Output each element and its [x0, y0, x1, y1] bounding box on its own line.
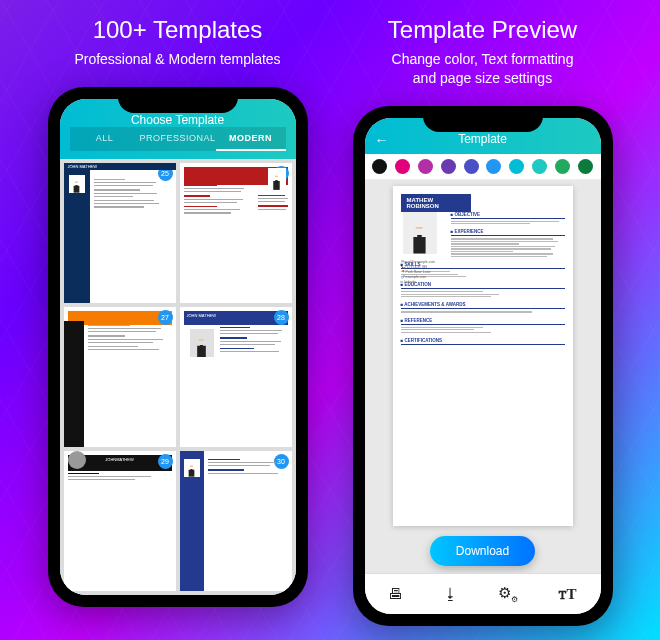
template-number-badge: 28 [274, 310, 289, 325]
color-swatch[interactable] [372, 159, 387, 174]
section-header: EXPERIENCE [451, 229, 565, 236]
template-card[interactable]: 28 JOHN MATHEW [180, 307, 292, 447]
color-swatch[interactable] [441, 159, 456, 174]
right-subtitle: Change color, Text formatting and page s… [392, 50, 574, 88]
phone-frame-left: Choose Template ALL PROFESSIONAL MODERN … [48, 87, 308, 607]
color-swatch[interactable] [532, 159, 547, 174]
left-headline: 100+ Templates [93, 16, 263, 44]
color-swatch[interactable] [486, 159, 501, 174]
template-number-badge: 29 [158, 454, 173, 469]
bottom-toolbar: 🖶 ⭳ ⚙⚙ ᴛT [365, 573, 601, 614]
color-swatch[interactable] [418, 159, 433, 174]
template-card-name: JOHN MATHEW [64, 163, 176, 171]
screen-title: Choose Template [131, 113, 224, 127]
color-swatch[interactable] [578, 159, 593, 174]
screen-title: Template [458, 132, 507, 146]
section-header: REFERENCE [401, 318, 565, 325]
settings-icon[interactable]: ⚙⚙ [498, 584, 518, 604]
download-button[interactable]: Download [430, 536, 535, 566]
tab-professional[interactable]: PROFESSIONAL [139, 127, 215, 151]
template-card[interactable]: 30 [180, 451, 292, 591]
template-grid: 25 JOHN MATHEW 26 27 28 JOHN MATHEW [60, 159, 296, 595]
template-number-badge: 27 [158, 310, 173, 325]
section-header: ACHIEVEMENTS & AWARDS [401, 302, 565, 309]
color-swatch[interactable] [395, 159, 410, 174]
back-icon[interactable]: ← [375, 132, 389, 148]
avatar [403, 212, 437, 254]
template-card[interactable]: 25 JOHN MATHEW [64, 163, 176, 303]
phone-frame-right: ← Template MATHEW ROBINSON OBJECTIVE EXP… [353, 106, 613, 626]
section-header: OBJECTIVE [451, 212, 565, 219]
template-card[interactable]: 26 [180, 163, 292, 303]
download-icon[interactable]: ⭳ [443, 585, 458, 602]
color-swatch[interactable] [555, 159, 570, 174]
template-card-name: JOHN MATHEW [184, 311, 288, 325]
color-swatch[interactable] [509, 159, 524, 174]
color-swatch[interactable] [464, 159, 479, 174]
right-headline: Template Preview [388, 16, 577, 44]
text-format-icon[interactable]: ᴛT [558, 585, 576, 603]
resume-name: MATHEW ROBINSON [401, 194, 471, 212]
template-tabs: ALL PROFESSIONAL MODERN [70, 127, 286, 151]
print-icon[interactable]: 🖶 [388, 585, 403, 602]
tab-all[interactable]: ALL [70, 127, 140, 151]
template-card[interactable]: 29 JOHNMATHEW [64, 451, 176, 591]
left-subtitle: Professional & Modern templates [74, 50, 280, 69]
section-header: CERTIFICATIONS [401, 338, 565, 345]
tab-modern[interactable]: MODERN [216, 127, 286, 151]
template-card[interactable]: 27 [64, 307, 176, 447]
resume-preview: MATHEW ROBINSON OBJECTIVE EXPERIENCE ✉ m… [393, 186, 573, 526]
color-swatch-row [365, 154, 601, 180]
